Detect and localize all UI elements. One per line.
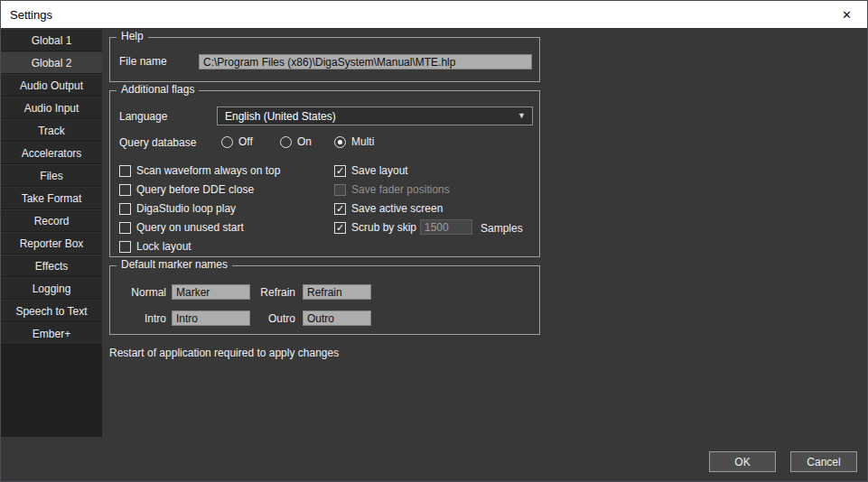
- sidebar-item-label: Speech to Text: [15, 305, 87, 318]
- sidebar-item-take-format[interactable]: Take Format: [1, 187, 102, 209]
- sidebar-item-label: Ember+: [33, 328, 70, 340]
- checkbox-scan-waveform-always-on-top[interactable]: ✓ Scan waveform always on top: [119, 164, 280, 177]
- language-label: Language: [119, 110, 167, 123]
- marker-input-normal[interactable]: [172, 284, 250, 300]
- ok-button[interactable]: OK: [709, 451, 776, 472]
- marker-label-intro: Intro: [119, 312, 166, 325]
- radio-query-on[interactable]: On: [280, 135, 312, 148]
- sidebar-item-logging[interactable]: Logging: [1, 277, 102, 300]
- sidebar-item-label: Record: [34, 215, 70, 227]
- settings-window: Settings ✕ Global 1 Global 2 Audio Outpu…: [0, 0, 868, 482]
- scrub-by-skip-input[interactable]: [420, 219, 472, 235]
- radio-icon: [334, 136, 346, 148]
- settings-sidebar: Global 1 Global 2 Audio Output Audio Inp…: [1, 29, 102, 437]
- marker-input-refrain[interactable]: [303, 284, 371, 300]
- checkbox-label: Save layout: [351, 164, 408, 177]
- sidebar-item-label: Reporter Box: [20, 237, 84, 250]
- marker-label-refrain: Refrain: [250, 286, 295, 299]
- sidebar-item-label: Audio Output: [20, 79, 83, 92]
- sidebar-item-global-2[interactable]: Global 2: [1, 51, 102, 74]
- sidebar-item-accelerators[interactable]: Accelerators: [1, 142, 102, 164]
- sidebar-item-label: Take Format: [22, 192, 82, 205]
- query-database-label: Query database: [119, 136, 196, 149]
- checkbox-lock-layout[interactable]: ✓ Lock layout: [119, 240, 191, 253]
- file-name-label: File name: [119, 55, 167, 68]
- checkbox-label: Save fader positions: [351, 183, 450, 196]
- dialog-body: Global 1 Global 2 Audio Output Audio Inp…: [1, 28, 867, 481]
- sidebar-item-label: Global 2: [32, 57, 72, 70]
- radio-query-off[interactable]: Off: [221, 135, 253, 148]
- checkbox-icon: ✓: [334, 184, 346, 196]
- title-bar: Settings ✕: [1, 1, 867, 28]
- file-name-input[interactable]: [199, 54, 532, 70]
- checkbox-digastudio-loop-play[interactable]: ✓ DigaStudio loop play: [119, 202, 236, 215]
- additional-flags-group-title: Additional flags: [117, 83, 199, 96]
- help-group: Help File name: [109, 37, 540, 82]
- checkbox-query-on-unused-start[interactable]: ✓ Query on unused start: [119, 221, 244, 234]
- sidebar-item-speech-to-text[interactable]: Speech to Text: [1, 300, 102, 322]
- sidebar-item-audio-input[interactable]: Audio Input: [1, 97, 102, 119]
- sidebar-item-label: Track: [38, 125, 65, 137]
- checkbox-save-fader-positions: ✓ Save fader positions: [334, 183, 450, 196]
- radio-query-multi[interactable]: Multi: [334, 135, 374, 148]
- chevron-down-icon: ▼: [518, 112, 526, 120]
- default-marker-names-group: Default marker names Normal Refrain Intr…: [109, 265, 540, 335]
- marker-label-outro: Outro: [250, 312, 295, 325]
- checkbox-save-active-screen[interactable]: ✓ Save active screen: [334, 202, 443, 215]
- additional-flags-group: Additional flags Language English (Unite…: [109, 90, 540, 257]
- sidebar-item-label: Accelerators: [22, 147, 82, 160]
- sidebar-item-global-1[interactable]: Global 1: [1, 29, 102, 51]
- radio-label: On: [297, 135, 312, 148]
- radio-icon: [221, 136, 233, 148]
- window-title: Settings: [10, 8, 52, 22]
- checkbox-scrub-by-skip[interactable]: ✓ Scrub by skip: [334, 221, 416, 234]
- checkbox-icon: ✓: [334, 203, 346, 215]
- checkbox-icon: ✓: [119, 184, 131, 196]
- sidebar-item-files[interactable]: Files: [1, 164, 102, 187]
- close-icon[interactable]: ✕: [826, 1, 867, 28]
- checkbox-label: Lock layout: [136, 240, 191, 253]
- check-icon: ✓: [336, 223, 344, 233]
- sidebar-item-label: Logging: [33, 283, 71, 295]
- check-icon: ✓: [336, 166, 344, 176]
- marker-label-normal: Normal: [119, 286, 166, 299]
- checkbox-label: Scan waveform always on top: [136, 164, 280, 177]
- checkbox-icon: ✓: [119, 203, 131, 215]
- checkbox-icon: ✓: [334, 222, 346, 234]
- radio-icon: [280, 136, 292, 148]
- sidebar-item-label: Effects: [35, 260, 68, 273]
- sidebar-item-label: Files: [40, 170, 62, 182]
- checkbox-label: Scrub by skip: [351, 221, 416, 234]
- checkbox-label: Save active screen: [351, 202, 443, 215]
- marker-input-outro[interactable]: [303, 311, 371, 326]
- check-icon: ✓: [336, 204, 344, 214]
- samples-label: Samples: [481, 222, 523, 235]
- sidebar-item-reporter-box[interactable]: Reporter Box: [1, 232, 102, 255]
- sidebar-item-effects[interactable]: Effects: [1, 255, 102, 277]
- language-dropdown-value: English (United States): [225, 110, 336, 123]
- help-group-title: Help: [117, 30, 148, 42]
- checkbox-label: Query on unused start: [136, 221, 244, 234]
- sidebar-item-track[interactable]: Track: [1, 119, 102, 142]
- default-marker-names-group-title: Default marker names: [117, 258, 232, 271]
- sidebar-item-record[interactable]: Record: [1, 209, 102, 232]
- restart-note: Restart of application required to apply…: [109, 347, 339, 359]
- radio-label: Off: [238, 135, 253, 148]
- sidebar-item-label: Global 1: [32, 34, 72, 47]
- checkbox-save-layout[interactable]: ✓ Save layout: [334, 164, 408, 177]
- language-dropdown[interactable]: English (United States) ▼: [217, 107, 533, 125]
- checkbox-query-before-dde-close[interactable]: ✓ Query before DDE close: [119, 183, 254, 196]
- checkbox-icon: ✓: [334, 165, 346, 177]
- checkbox-label: Query before DDE close: [136, 183, 254, 196]
- checkbox-icon: ✓: [119, 222, 131, 234]
- checkbox-icon: ✓: [119, 165, 131, 177]
- cancel-button[interactable]: Cancel: [790, 451, 857, 472]
- sidebar-item-label: Audio Input: [24, 102, 79, 115]
- sidebar-item-audio-output[interactable]: Audio Output: [1, 74, 102, 97]
- checkbox-icon: ✓: [119, 241, 131, 253]
- sidebar-item-ember[interactable]: Ember+: [1, 322, 102, 345]
- checkbox-label: DigaStudio loop play: [136, 202, 236, 215]
- radio-label: Multi: [351, 135, 374, 148]
- marker-input-intro[interactable]: [172, 311, 250, 326]
